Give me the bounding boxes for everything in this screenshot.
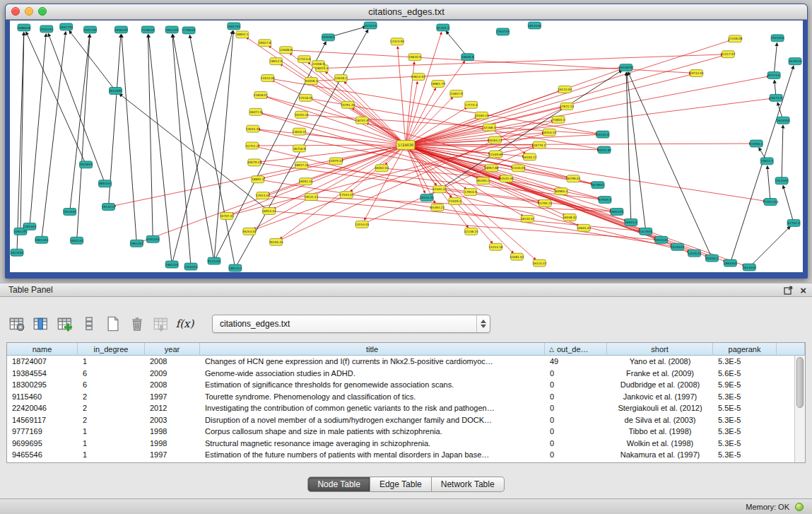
graph-node[interactable]: 18753.15 bbox=[542, 129, 556, 136]
graph-node[interactable]: 12217.97 bbox=[721, 51, 735, 58]
table-cell[interactable]: 2009 bbox=[145, 369, 200, 378]
graph-node[interactable]: 1991454 bbox=[130, 240, 143, 247]
graph-node[interactable]: 18852.1 bbox=[236, 31, 249, 38]
graph-node[interactable]: 1317945 bbox=[639, 228, 652, 235]
vertical-scrollbar[interactable] bbox=[794, 356, 805, 462]
table-cell[interactable]: Stergiakouli et al. (2012) bbox=[607, 404, 713, 412]
graph-node[interactable]: 16145.9 bbox=[596, 131, 609, 138]
graph-node[interactable]: 19131.47 bbox=[305, 194, 319, 201]
graph-node[interactable]: 17544.47 bbox=[339, 192, 353, 199]
graph-node[interactable]: 85493.23 bbox=[430, 204, 445, 211]
table-cell[interactable]: 5.9E-5 bbox=[713, 380, 777, 389]
graph-node[interactable]: 1913450 bbox=[771, 35, 784, 42]
table-cell[interactable]: 5.3E-5 bbox=[713, 357, 777, 366]
table-cell[interactable]: 1 bbox=[78, 450, 145, 459]
zoom-button[interactable] bbox=[38, 7, 47, 16]
graph-node[interactable]: 11544.09 bbox=[511, 165, 525, 172]
table-cell[interactable]: Wolkin et al. (1998) bbox=[607, 439, 713, 448]
column-header-pagerank[interactable]: pagerank bbox=[713, 343, 777, 356]
table-cell[interactable]: 1997 bbox=[145, 450, 200, 459]
graph-node[interactable]: 1763745 bbox=[496, 28, 510, 35]
graph-node[interactable]: 16193.44 bbox=[295, 111, 309, 118]
show-columns-icon[interactable] bbox=[31, 315, 50, 334]
graph-node[interactable]: 1724036 bbox=[396, 141, 415, 150]
graph-node[interactable]: 16124.47 bbox=[532, 259, 546, 267]
graph-node[interactable]: 1391445 bbox=[23, 223, 37, 230]
graph-node[interactable]: 15795.15 bbox=[538, 200, 552, 207]
graph-node[interactable]: 1851445 bbox=[165, 26, 179, 33]
graph-node[interactable]: 3191345 bbox=[146, 235, 160, 243]
table-row[interactable]: 911546021997Tourette syndrome. Phenomeno… bbox=[7, 391, 794, 403]
table-cell[interactable]: 0 bbox=[545, 404, 607, 412]
graph-node[interactable]: 18779.1 bbox=[533, 141, 546, 148]
network-canvas[interactable]: 2686636203514518427932041745195654521282… bbox=[10, 21, 803, 272]
graph-node[interactable]: 2686636 bbox=[18, 24, 31, 31]
graph-node[interactable]: 16164.27 bbox=[488, 136, 502, 144]
table-cell[interactable]: 0 bbox=[545, 439, 607, 448]
table-cell[interactable]: de Silva et al. (2003) bbox=[607, 416, 713, 424]
graph-node[interactable]: 17774.4 bbox=[465, 101, 478, 108]
graph-node[interactable]: 21858.07 bbox=[254, 91, 268, 98]
graph-node[interactable]: 18961.79 bbox=[431, 81, 445, 88]
column-header-title[interactable]: title bbox=[200, 343, 545, 356]
graph-node[interactable]: 13045.45 bbox=[246, 125, 260, 132]
table-cell[interactable]: 1998 bbox=[145, 427, 200, 436]
table-cell[interactable]: Dudbridge et al. (2008) bbox=[607, 380, 713, 389]
graph-node[interactable]: 1316454 bbox=[184, 263, 198, 270]
table-cell[interactable]: Jankovic et al. (1997) bbox=[607, 392, 713, 401]
table-cell[interactable]: 2003 bbox=[145, 416, 200, 424]
table-cell[interactable]: 2 bbox=[78, 416, 145, 424]
graph-node[interactable]: 18302.02 bbox=[375, 165, 389, 172]
graph-node[interactable]: 13979.44 bbox=[329, 158, 343, 165]
table-cell[interactable]: 6 bbox=[78, 380, 145, 389]
graph-node[interactable]: 11549.69 bbox=[489, 151, 503, 158]
graph-node[interactable]: 9131445 bbox=[208, 257, 221, 264]
graph-node[interactable]: 15847.9 bbox=[450, 90, 463, 97]
table-cell[interactable]: 2 bbox=[78, 392, 145, 401]
table-row[interactable]: 1830029562008Estimation of significance … bbox=[7, 379, 794, 391]
graph-node[interactable]: 31545.45 bbox=[433, 186, 447, 193]
graph-node[interactable]: 17913.45 bbox=[256, 192, 270, 199]
graph-node[interactable]: 16113.04 bbox=[558, 86, 572, 93]
minimize-button[interactable] bbox=[25, 7, 33, 16]
graph-node[interactable]: 15958.4 bbox=[750, 140, 763, 147]
table-cell[interactable]: Investigating the contribution of common… bbox=[200, 404, 545, 412]
graph-node[interactable]: 67732.4 bbox=[787, 219, 800, 226]
graph-node[interactable]: 10924.5 bbox=[760, 158, 773, 165]
graph-node[interactable]: 81304.4 bbox=[437, 24, 449, 31]
table-cell[interactable]: 1998 bbox=[145, 439, 200, 448]
graph-node[interactable]: 19154.45 bbox=[420, 194, 434, 201]
graph-node[interactable]: 16913.44 bbox=[262, 208, 276, 215]
table-row[interactable]: 977716911998Corpus callosum shape and si… bbox=[7, 426, 794, 438]
graph-node[interactable]: 18957.86 bbox=[485, 165, 499, 172]
graph-node[interactable]: 16913.4 bbox=[625, 218, 637, 226]
graph-node[interactable]: 10791.45 bbox=[341, 101, 355, 108]
table-cell[interactable]: Franke et al. (2009) bbox=[607, 369, 713, 378]
graph-node[interactable]: 18012.9 bbox=[270, 58, 283, 65]
graph-node[interactable]: 1913445 bbox=[63, 209, 76, 216]
graph-node[interactable]: 16799.42 bbox=[566, 175, 580, 182]
table-row[interactable]: 946554611997Estimation of the future num… bbox=[7, 449, 794, 461]
graph-node[interactable]: 1914215 bbox=[102, 204, 115, 211]
table-cell[interactable]: 0 bbox=[545, 369, 607, 378]
table-cell[interactable]: 5.3E-5 bbox=[713, 439, 777, 448]
network-selector[interactable]: citations_edges.txt bbox=[212, 315, 490, 333]
table-cell[interactable]: 1997 bbox=[145, 392, 200, 401]
graph-node[interactable]: 1619445 bbox=[671, 243, 684, 250]
column-header-short[interactable]: short bbox=[607, 343, 713, 356]
table-cell[interactable]: Estimation of the future numbers of pati… bbox=[200, 450, 545, 459]
graph-node[interactable]: 1913145 bbox=[654, 236, 668, 243]
table-cell[interactable]: Structural magnetic resonance image aver… bbox=[200, 439, 545, 448]
graph-node[interactable]: 40079.47 bbox=[247, 159, 261, 166]
table-cell[interactable]: 19384554 bbox=[7, 369, 78, 378]
column-header-in_degree[interactable]: in_degree bbox=[78, 343, 145, 356]
graph-node[interactable]: 1894450 bbox=[724, 259, 737, 267]
row-options-icon[interactable] bbox=[79, 315, 98, 334]
graph-node[interactable]: 18937.44 bbox=[295, 162, 309, 169]
graph-node[interactable]: 1902745 bbox=[228, 23, 241, 30]
graph-node[interactable]: 1313440 bbox=[775, 177, 789, 185]
table-cell[interactable]: Yano et al. (2008) bbox=[607, 357, 713, 366]
graph-node[interactable]: 10645.45 bbox=[577, 224, 591, 231]
table-cell[interactable]: 1 bbox=[78, 427, 145, 436]
graph-node[interactable]: 80965.3 bbox=[555, 188, 567, 195]
